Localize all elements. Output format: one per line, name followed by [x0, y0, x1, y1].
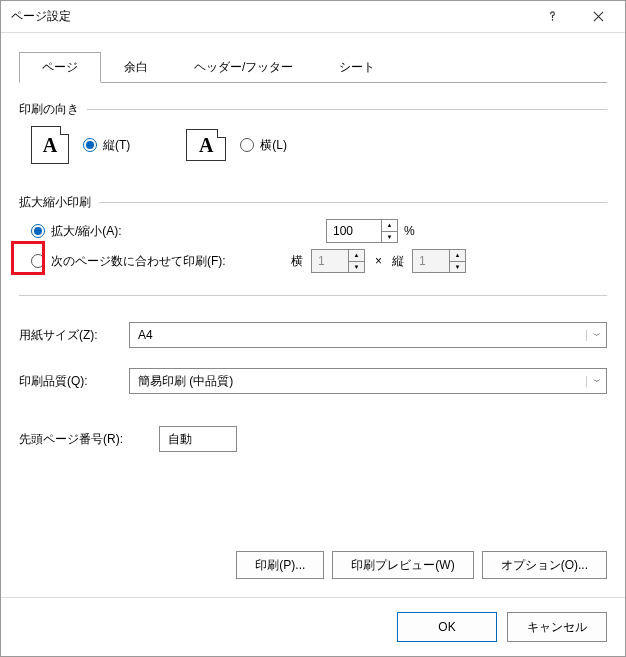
titlebar: ページ設定 [1, 1, 625, 33]
print-button[interactable]: 印刷(P)... [236, 551, 324, 579]
tab-sheet[interactable]: シート [316, 52, 398, 83]
ok-button[interactable]: OK [397, 612, 497, 642]
fit-tall-spinner[interactable]: ▲▼ [412, 249, 466, 273]
preview-button[interactable]: 印刷プレビュー(W) [332, 551, 473, 579]
first-page-input[interactable]: 自動 [159, 426, 237, 452]
tab-page[interactable]: ページ [19, 52, 101, 83]
spin-up[interactable]: ▲ [382, 220, 397, 232]
fit-tall-label: 縦 [392, 253, 404, 270]
percent-label: % [404, 224, 415, 238]
adjust-value-spinner[interactable]: ▲▼ [326, 219, 398, 243]
spin-down[interactable]: ▼ [382, 232, 397, 243]
first-page-label: 先頭ページ番号(R): [19, 431, 159, 448]
divider [19, 295, 607, 296]
options-button[interactable]: オプション(O)... [482, 551, 607, 579]
adjust-radio[interactable]: 拡大/縮小(A): [31, 223, 326, 240]
adjust-value-input[interactable] [327, 220, 381, 242]
cancel-button[interactable]: キャンセル [507, 612, 607, 642]
fit-wide-label: 横 [291, 253, 303, 270]
spin-up[interactable]: ▲ [349, 250, 364, 262]
tab-header-footer[interactable]: ヘッダー/フッター [171, 52, 316, 83]
paper-size-select[interactable]: A4 ﹀ [129, 322, 607, 348]
paper-size-row: 用紙サイズ(Z): A4 ﹀ [19, 322, 607, 348]
action-buttons: 印刷(P)... 印刷プレビュー(W) オプション(O)... [19, 551, 607, 579]
landscape-radio[interactable]: 横(L) [240, 137, 287, 154]
help-button[interactable] [529, 2, 575, 32]
close-button[interactable] [575, 2, 621, 32]
scaling-label: 拡大縮小印刷 [19, 194, 91, 211]
spin-down[interactable]: ▼ [450, 262, 465, 273]
orientation-label: 印刷の向き [19, 101, 79, 118]
dialog-title: ページ設定 [11, 8, 529, 25]
dialog-footer: OK キャンセル [1, 597, 625, 656]
fit-radio[interactable]: 次のページ数に合わせて印刷(F): [31, 253, 291, 270]
orientation-group: 印刷の向き A 縦(T) A 横(L) [19, 101, 607, 164]
scaling-group: 拡大縮小印刷 拡大/縮小(A): ▲▼ % 次のページ数に合わせて印刷(F): … [19, 194, 607, 279]
landscape-icon: A [186, 129, 226, 161]
print-quality-row: 印刷品質(Q): 簡易印刷 (中品質) ﹀ [19, 368, 607, 394]
page-setup-dialog: ページ設定 ページ 余白 ヘッダー/フッター シート 印刷の向き A 縦(T) … [0, 0, 626, 657]
fit-wide-spinner[interactable]: ▲▼ [311, 249, 365, 273]
first-page-row: 先頭ページ番号(R): 自動 [19, 426, 607, 452]
chevron-down-icon: ﹀ [586, 376, 600, 387]
portrait-icon: A [31, 126, 69, 164]
spin-up[interactable]: ▲ [450, 250, 465, 262]
spin-down[interactable]: ▼ [349, 262, 364, 273]
paper-size-label: 用紙サイズ(Z): [19, 327, 129, 344]
tab-margins[interactable]: 余白 [101, 52, 171, 83]
fit-tall-input[interactable] [413, 250, 449, 272]
chevron-down-icon: ﹀ [586, 330, 600, 341]
fit-sep: × [375, 254, 382, 268]
dialog-body: ページ 余白 ヘッダー/フッター シート 印刷の向き A 縦(T) A 横(L)… [1, 33, 625, 597]
print-quality-label: 印刷品質(Q): [19, 373, 129, 390]
tab-bar: ページ 余白 ヘッダー/フッター シート [19, 51, 607, 83]
print-quality-select[interactable]: 簡易印刷 (中品質) ﹀ [129, 368, 607, 394]
portrait-radio[interactable]: 縦(T) [83, 137, 130, 154]
fit-wide-input[interactable] [312, 250, 348, 272]
